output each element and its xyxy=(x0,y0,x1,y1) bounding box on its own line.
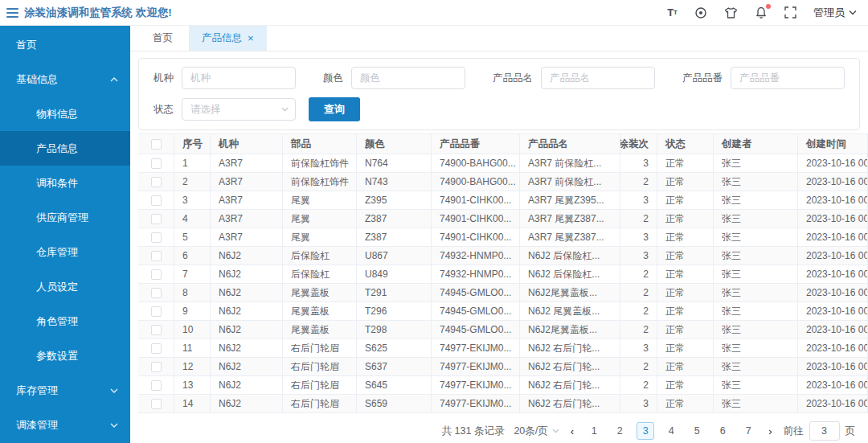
sidebar-item-label: 供应商管理 xyxy=(36,211,88,225)
cell-product-name: N6J2尾翼盖板... xyxy=(520,321,620,339)
part-no-label: 产品品番 xyxy=(682,72,723,85)
model-input[interactable] xyxy=(182,67,296,89)
cell-seq: 4 xyxy=(174,210,211,228)
col-status: 状态 xyxy=(657,134,714,154)
page-size-select[interactable]: 20条/页 xyxy=(514,425,559,438)
cell-status: 正常 xyxy=(657,358,714,376)
cell-part: 尾翼盖板 xyxy=(283,321,357,339)
table-row: 2A3R7前保险杠饰件N74374900-BAHG00...A3R7 前保险杠.… xyxy=(138,173,868,191)
page-number[interactable]: 1 xyxy=(585,422,603,440)
sidebar-item-personnel-setting[interactable]: 人员设定 xyxy=(0,269,130,304)
cell-status: 正常 xyxy=(657,321,714,339)
col-coats: 涂装次 xyxy=(620,134,657,154)
row-checkbox[interactable] xyxy=(151,362,162,372)
sidebar-item-material-info[interactable]: 物料信息 xyxy=(0,96,130,131)
cell-model: A3R7 xyxy=(211,210,283,228)
search-button[interactable]: 查询 xyxy=(309,97,360,121)
notification-dot xyxy=(766,4,771,9)
tab-product-info[interactable]: 产品信息 × xyxy=(189,26,267,51)
product-name-input[interactable] xyxy=(541,67,655,89)
cell-color: N743 xyxy=(357,173,432,191)
row-checkbox[interactable] xyxy=(151,195,162,206)
chevron-down-icon xyxy=(110,422,118,428)
theme-skin-icon[interactable] xyxy=(724,6,738,19)
row-checkbox[interactable] xyxy=(151,343,162,354)
prev-page-icon[interactable]: ‹ xyxy=(569,425,575,437)
cell-created: 2023-10-16 00:... xyxy=(798,154,868,173)
cell-color: Z387 xyxy=(357,210,432,228)
next-page-icon[interactable]: › xyxy=(767,425,773,437)
sidebar-group-basic-info[interactable]: 基础信息 xyxy=(0,62,130,96)
cell-status: 正常 xyxy=(657,265,714,284)
cell-coats: 2 xyxy=(620,376,657,395)
cell-creator: 张三 xyxy=(714,376,798,395)
cell-status: 正常 xyxy=(657,154,714,173)
cell-model: A3R7 xyxy=(211,191,283,210)
sidebar-item-product-info[interactable]: 产品信息 xyxy=(0,131,130,166)
cell-product-name: N6J2 后保险杠... xyxy=(520,247,620,265)
part-no-input[interactable] xyxy=(731,67,845,89)
sidebar-item-blend-condition[interactable]: 调和条件 xyxy=(0,166,130,200)
sidebar-item-warehouse-mgmt[interactable]: 仓库管理 xyxy=(0,235,130,269)
page-number[interactable]: 3 xyxy=(637,422,654,440)
cell-coats: 2 xyxy=(620,265,657,284)
row-checkbox[interactable] xyxy=(151,214,162,224)
cell-color: Z395 xyxy=(357,191,432,210)
status-label: 状态 xyxy=(154,103,174,117)
page-number[interactable]: 2 xyxy=(611,422,628,440)
fullscreen-icon[interactable] xyxy=(784,6,796,18)
cell-part-no: 74977-EKIJM0... xyxy=(432,395,520,413)
sidebar-item-role-mgmt[interactable]: 角色管理 xyxy=(0,304,130,338)
row-checkbox[interactable] xyxy=(151,325,162,335)
col-seq: 序号 xyxy=(174,134,211,154)
page-number[interactable]: 7 xyxy=(739,422,757,440)
top-bar: 涂装油漆调和监管系统 欢迎您! TT 管理员 xyxy=(0,0,868,26)
select-all-checkbox[interactable] xyxy=(151,139,162,150)
sidebar-item-home[interactable]: 首页 xyxy=(0,27,130,62)
row-checkbox[interactable] xyxy=(151,232,162,243)
tab-close-icon[interactable]: × xyxy=(248,33,254,43)
cell-part: 右后门轮眉 xyxy=(283,339,357,358)
page-number[interactable]: 5 xyxy=(688,422,706,440)
status-select[interactable]: 请选择 xyxy=(182,98,296,121)
sidebar-item-label: 仓库管理 xyxy=(36,245,78,260)
row-checkbox[interactable] xyxy=(151,158,162,169)
jump-page-input[interactable] xyxy=(809,421,840,441)
cell-product-name: N6J2 右后门轮... xyxy=(520,358,620,376)
notification-bell-icon[interactable] xyxy=(755,6,768,19)
tab-home[interactable]: 首页 xyxy=(140,26,186,51)
row-checkbox[interactable] xyxy=(151,306,162,317)
help-icon[interactable] xyxy=(694,6,707,19)
cell-seq: 12 xyxy=(174,358,211,376)
sidebar-item-supplier-mgmt[interactable]: 供应商管理 xyxy=(0,200,130,235)
row-checkbox[interactable] xyxy=(151,380,162,391)
user-menu[interactable]: 管理员 xyxy=(813,6,857,20)
row-checkbox[interactable] xyxy=(151,177,162,187)
font-size-icon[interactable]: TT xyxy=(667,7,678,18)
page-number[interactable]: 6 xyxy=(714,422,731,440)
cell-creator: 张三 xyxy=(714,191,798,210)
row-checkbox[interactable] xyxy=(151,269,162,280)
cell-model: N6J2 xyxy=(211,395,283,413)
table-row: 9N6J2尾翼盖板T29674945-GMLO0...N6J2 尾翼盖板...2… xyxy=(138,302,868,321)
cell-part-no: 74932-HNMP0... xyxy=(432,247,520,265)
cell-product-name: A3R7 尾翼Z387... xyxy=(520,210,620,228)
cell-created: 2023-10-16 00:... xyxy=(798,247,868,265)
sidebar-item-parameter-setting[interactable]: 参数设置 xyxy=(0,338,130,373)
row-checkbox[interactable] xyxy=(151,399,162,409)
cell-coats: 2 xyxy=(620,358,657,376)
menu-collapse-icon[interactable] xyxy=(6,8,18,18)
cell-part-no: 74945-GMLO0... xyxy=(432,321,520,339)
cell-seq: 8 xyxy=(174,284,211,302)
sidebar-group-paint-mgmt[interactable]: 调漆管理 xyxy=(0,408,130,442)
cell-model: N6J2 xyxy=(211,302,283,321)
sidebar-group-inventory-mgmt[interactable]: 库存管理 xyxy=(0,373,130,408)
app-title: 涂装油漆调和监管系统 欢迎您! xyxy=(24,6,172,20)
color-input[interactable] xyxy=(351,67,465,89)
page-number[interactable]: 4 xyxy=(662,422,680,440)
cell-created: 2023-10-16 00:... xyxy=(798,302,868,321)
row-checkbox[interactable] xyxy=(151,288,162,298)
cell-part-no: 74901-CIHK00... xyxy=(432,210,520,228)
cell-coats: 3 xyxy=(620,154,657,173)
row-checkbox[interactable] xyxy=(151,251,162,261)
